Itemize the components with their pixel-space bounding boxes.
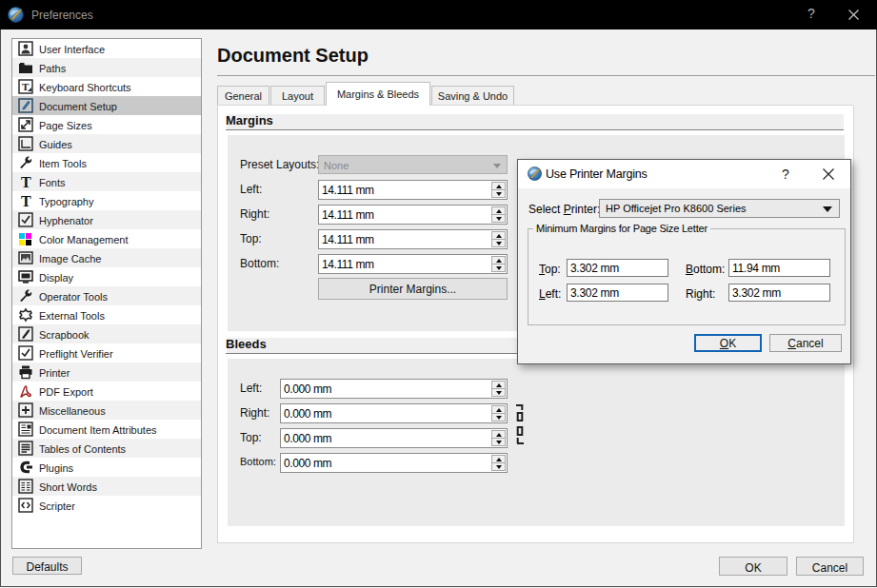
svg-text:T: T	[21, 174, 31, 189]
svg-text:T: T	[21, 193, 31, 208]
svg-text:T: T	[22, 81, 30, 92]
